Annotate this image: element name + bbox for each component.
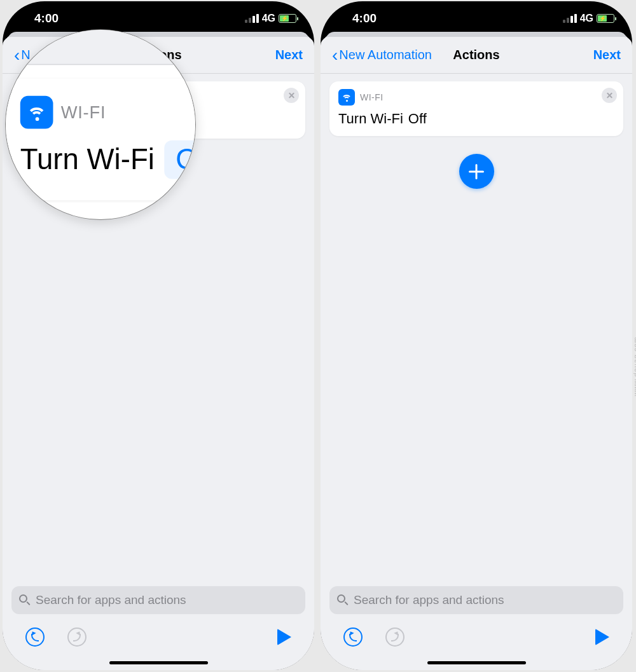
home-indicator[interactable] [329, 655, 623, 670]
network-label: 4G [580, 13, 593, 24]
back-label: New Automation [339, 48, 432, 62]
search-icon [337, 594, 349, 606]
wifi-icon [338, 89, 355, 106]
search-input[interactable]: Search for apps and actions [11, 586, 305, 614]
bottom-toolbar [11, 619, 305, 655]
run-button[interactable] [277, 629, 291, 645]
status-time: 4:00 [338, 11, 377, 25]
phone-right: 4:00 4G ⚡ ‹ New Automation Actions Next [321, 1, 632, 670]
wifi-state-parameter[interactable]: Off [408, 111, 427, 127]
search-placeholder: Search for apps and actions [354, 593, 504, 607]
run-button[interactable] [595, 629, 609, 645]
page-title: Actions [453, 48, 499, 62]
remove-action-button[interactable] [284, 88, 299, 103]
redo-button [67, 627, 86, 647]
battery-icon: ⚡ [597, 14, 614, 23]
action-card[interactable]: WI-FI Turn Wi-Fi Off [329, 81, 623, 136]
add-action-button[interactable] [459, 154, 494, 189]
phone-left: 4:00 4G ⚡ ‹ N Actions Next [3, 1, 314, 670]
nav-bar: ‹ New Automation Actions Next [321, 37, 632, 74]
battery-icon: ⚡ [279, 14, 296, 23]
status-right: 4G ⚡ [563, 13, 614, 24]
status-bar: 4:00 4G ⚡ [321, 1, 632, 32]
undo-button[interactable] [25, 627, 45, 647]
action-text: Turn Wi-Fi [338, 111, 403, 127]
zoom-lens: ‹ N ctions WI-FI Turn Wi-Fi On [5, 29, 196, 220]
remove-action-button[interactable] [602, 88, 617, 103]
home-indicator[interactable] [11, 655, 305, 670]
search-placeholder: Search for apps and actions [36, 593, 186, 607]
next-button[interactable]: Next [275, 48, 303, 62]
watermark: www.deuaq.com [632, 336, 636, 396]
status-right: 4G ⚡ [245, 13, 296, 24]
back-button[interactable]: ‹ N [14, 48, 31, 62]
status-time: 4:00 [20, 11, 59, 25]
back-button[interactable]: ‹ New Automation [332, 48, 432, 62]
network-label: 4G [262, 13, 275, 24]
cellular-signal-icon [563, 14, 577, 23]
search-input[interactable]: Search for apps and actions [329, 586, 623, 614]
content-area: WI-FI Turn Wi-Fi Off [321, 74, 632, 580]
cellular-signal-icon [245, 14, 259, 23]
search-icon [19, 594, 31, 606]
next-button[interactable]: Next [593, 48, 621, 62]
status-bar: 4:00 4G ⚡ [3, 1, 314, 32]
undo-button[interactable] [343, 627, 363, 647]
card-category: WI-FI [360, 92, 384, 102]
bottom-toolbar [329, 619, 623, 655]
redo-button [385, 627, 404, 647]
